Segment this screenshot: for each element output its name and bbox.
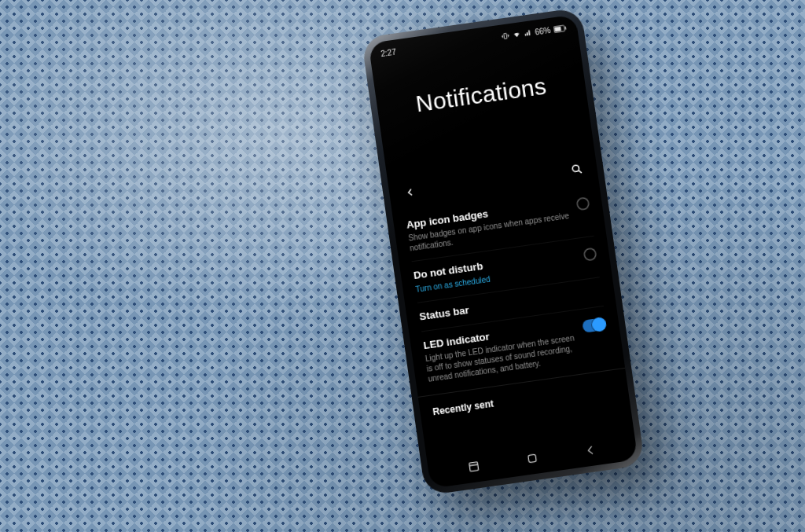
page-header: Notifications [368,14,594,175]
selector-circle-icon[interactable] [583,248,597,262]
nav-recents-button[interactable] [457,457,490,476]
svg-line-7 [469,464,478,465]
settings-list[interactable]: App icon badges Show badges on app icons… [392,184,634,462]
svg-line-5 [578,170,581,173]
page-title: Notifications [414,72,548,117]
nav-home-button[interactable] [516,449,549,468]
selector-circle-icon[interactable] [576,196,590,211]
search-button[interactable] [568,160,586,178]
nav-back-button[interactable] [574,440,607,460]
svg-rect-8 [528,454,537,463]
svg-rect-6 [469,462,478,471]
back-button[interactable] [401,183,419,201]
led-toggle[interactable] [582,317,607,332]
